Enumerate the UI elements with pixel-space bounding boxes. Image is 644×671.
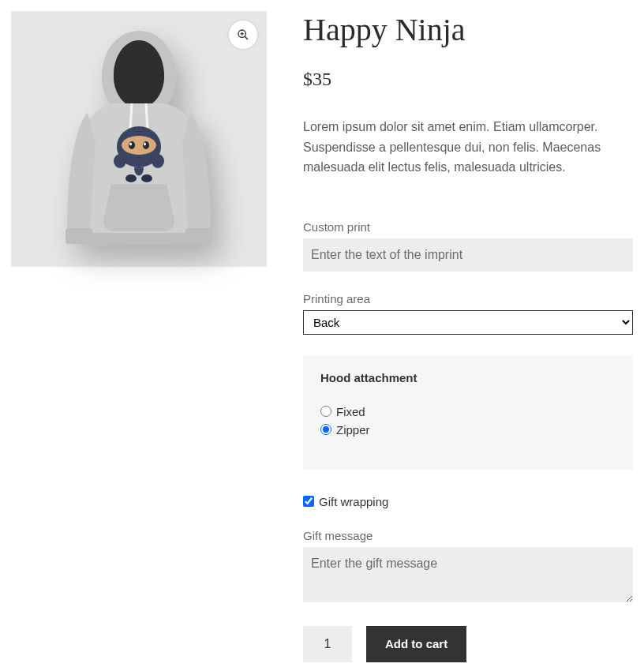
- quantity-input[interactable]: [303, 626, 352, 662]
- hood-fixed-radio[interactable]: [320, 406, 331, 417]
- svg-line-1: [245, 36, 248, 39]
- hood-zipper-label: Zipper: [336, 423, 370, 437]
- svg-point-17: [114, 154, 126, 168]
- product-image[interactable]: [11, 11, 267, 267]
- printing-area-field: Printing area Back: [303, 292, 633, 335]
- svg-point-12: [122, 136, 156, 155]
- hood-attachment-fixed[interactable]: Fixed: [320, 405, 616, 418]
- svg-rect-5: [185, 228, 212, 244]
- price-currency: $: [303, 69, 313, 89]
- svg-point-14: [143, 141, 149, 149]
- product-page: Happy Ninja $35 Lorem ipsum dolor sit am…: [11, 11, 633, 662]
- custom-print-input[interactable]: [303, 238, 633, 272]
- product-description: Lorem ipsum dolor sit amet enim. Etiam u…: [303, 117, 633, 178]
- gift-message-field: Gift message: [303, 529, 633, 605]
- svg-point-19: [125, 174, 137, 182]
- hood-fixed-label: Fixed: [336, 405, 365, 418]
- gift-wrapping-checkbox[interactable]: [303, 496, 314, 507]
- gift-message-label: Gift message: [303, 529, 633, 542]
- svg-point-20: [141, 174, 152, 182]
- svg-point-15: [129, 143, 132, 146]
- svg-point-18: [152, 154, 164, 168]
- gift-message-input[interactable]: [303, 547, 633, 602]
- hoodie-graphic: [56, 24, 222, 253]
- svg-point-16: [144, 143, 146, 146]
- product-price: $35: [303, 69, 633, 90]
- add-to-cart-row: Add to cart: [303, 626, 633, 662]
- add-to-cart-button[interactable]: Add to cart: [366, 626, 466, 662]
- svg-rect-4: [66, 228, 92, 244]
- product-title: Happy Ninja: [303, 11, 633, 48]
- hood-attachment-legend: Hood attachment: [320, 371, 616, 384]
- price-value: 35: [313, 69, 331, 89]
- printing-area-select[interactable]: Back: [303, 310, 633, 335]
- gift-wrapping-field[interactable]: Gift wrapping: [303, 495, 633, 508]
- custom-print-label: Custom print: [303, 220, 633, 234]
- hood-zipper-radio[interactable]: [320, 424, 331, 435]
- printing-area-label: Printing area: [303, 292, 633, 306]
- svg-point-13: [129, 141, 135, 149]
- hood-attachment-fieldset: Hood attachment Fixed Zipper: [303, 355, 633, 470]
- hood-attachment-zipper[interactable]: Zipper: [320, 423, 616, 437]
- zoom-icon[interactable]: [229, 21, 257, 49]
- product-details: Happy Ninja $35 Lorem ipsum dolor sit am…: [303, 11, 633, 662]
- svg-rect-6: [91, 233, 187, 246]
- gift-wrapping-label: Gift wrapping: [319, 495, 388, 508]
- custom-print-field: Custom print: [303, 220, 633, 272]
